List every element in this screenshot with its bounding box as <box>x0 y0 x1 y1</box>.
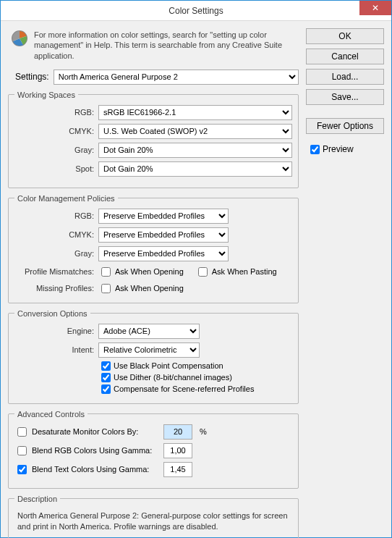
close-icon: ✕ <box>372 3 379 13</box>
ws-rgb-label: RGB: <box>14 108 94 117</box>
titlebar: Color Settings ✕ <box>1 1 391 21</box>
pol-rgb-label: RGB: <box>14 211 94 220</box>
color-settings-dialog: Color Settings ✕ For more information on… <box>0 0 392 538</box>
engine-select[interactable]: Adobe (ACE) <box>98 324 200 339</box>
dither-label: Use Dither (8-bit/channel images) <box>114 373 232 382</box>
mismatch-paste-checkbox[interactable] <box>198 267 208 277</box>
dialog-body: For more information on color settings, … <box>1 21 391 538</box>
pol-gray-select[interactable]: Preserve Embedded Profiles <box>98 246 229 261</box>
info-row: For more information on color settings, … <box>8 27 299 68</box>
fewer-options-button[interactable]: Fewer Options <box>306 118 384 134</box>
save-button[interactable]: Save... <box>306 89 384 105</box>
preview-label: Preview <box>323 144 354 154</box>
settings-label: Settings: <box>15 72 49 82</box>
description-text: North America General Purpose 2: General… <box>14 509 292 538</box>
mismatch-label: Profile Mismatches: <box>14 267 94 276</box>
ws-cmyk-label: CMYK: <box>14 127 94 135</box>
window-title: Color Settings <box>169 6 223 16</box>
ws-cmyk-select[interactable]: U.S. Web Coated (SWOP) v2 <box>98 124 292 139</box>
dither-checkbox[interactable] <box>101 373 111 382</box>
mismatch-paste-label: Ask When Pasting <box>212 267 277 276</box>
description-legend: Description <box>14 495 60 503</box>
blend-text-label: Blend Text Colors Using Gamma: <box>32 465 149 474</box>
desat-label: Desaturate Monitor Colors By: <box>32 427 138 436</box>
working-spaces-legend: Working Spaces <box>14 91 78 99</box>
working-spaces-group: Working Spaces RGB: sRGB IEC61966-2.1 CM… <box>8 91 299 188</box>
advanced-legend: Advanced Controls <box>14 410 88 419</box>
conversion-group: Conversion Options Engine: Adobe (ACE) I… <box>8 309 299 404</box>
ws-gray-select[interactable]: Dot Gain 20% <box>98 143 292 158</box>
ws-gray-label: Gray: <box>14 146 94 154</box>
missing-open-label: Ask When Opening <box>115 284 184 293</box>
conversion-legend: Conversion Options <box>14 309 90 318</box>
desat-unit: % <box>200 427 207 436</box>
engine-label: Engine: <box>14 327 94 335</box>
side-column: OK Cancel Load... Save... Fewer Options … <box>306 27 384 538</box>
mismatch-open-label: Ask When Opening <box>115 267 184 276</box>
pol-cmyk-label: CMYK: <box>14 230 94 239</box>
bpc-label: Use Black Point Compensation <box>114 361 223 370</box>
bpc-checkbox[interactable] <box>101 361 111 371</box>
preview-checkbox[interactable] <box>310 145 320 154</box>
blend-rgb-input[interactable] <box>163 443 192 458</box>
policies-group: Color Management Policies RGB: Preserve … <box>8 194 299 303</box>
blend-text-input[interactable] <box>163 462 192 477</box>
mismatch-open-checkbox[interactable] <box>101 267 111 277</box>
desat-input[interactable] <box>163 424 192 440</box>
advanced-group: Advanced Controls Desaturate Monitor Col… <box>8 410 299 489</box>
ws-spot-select[interactable]: Dot Gain 20% <box>98 161 292 177</box>
description-group: Description North America General Purpos… <box>8 495 299 538</box>
cancel-button[interactable]: Cancel <box>306 49 384 64</box>
pol-rgb-select[interactable]: Preserve Embedded Profiles <box>98 209 229 224</box>
color-wheel-icon <box>11 30 28 47</box>
scene-checkbox[interactable] <box>101 384 111 394</box>
settings-select[interactable]: North America General Purpose 2 <box>54 70 299 85</box>
load-button[interactable]: Load... <box>306 69 384 85</box>
close-button[interactable]: ✕ <box>359 1 391 15</box>
blend-rgb-checkbox[interactable] <box>17 446 27 455</box>
policies-legend: Color Management Policies <box>14 194 118 203</box>
pol-cmyk-select[interactable]: Preserve Embedded Profiles <box>98 227 229 243</box>
pol-gray-label: Gray: <box>14 249 94 258</box>
blend-text-checkbox[interactable] <box>17 465 27 474</box>
intent-label: Intent: <box>14 345 94 354</box>
desat-checkbox[interactable] <box>17 427 27 437</box>
info-text: For more information on color settings, … <box>34 30 296 61</box>
ws-spot-label: Spot: <box>14 164 94 173</box>
main-column: For more information on color settings, … <box>8 27 299 538</box>
intent-select[interactable]: Relative Colorimetric <box>98 342 200 358</box>
settings-row: Settings: North America General Purpose … <box>8 68 299 91</box>
missing-open-checkbox[interactable] <box>101 284 111 293</box>
blend-rgb-label: Blend RGB Colors Using Gamma: <box>32 446 152 455</box>
ok-button[interactable]: OK <box>306 28 384 44</box>
scene-label: Compensate for Scene-referred Profiles <box>114 384 254 393</box>
ws-rgb-select[interactable]: sRGB IEC61966-2.1 <box>98 105 292 120</box>
missing-label: Missing Profiles: <box>14 284 94 293</box>
